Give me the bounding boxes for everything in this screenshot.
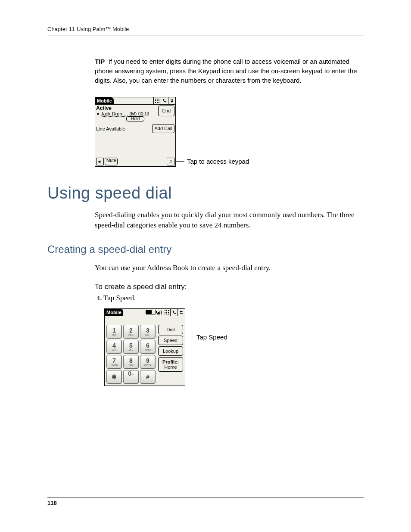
speaker-icon[interactable]: [96, 158, 104, 165]
swap-titlebar-icon[interactable]: [168, 97, 175, 104]
add-call-button[interactable]: Add Call: [152, 124, 174, 133]
svg-rect-10: [166, 310, 167, 311]
mute-button[interactable]: Mute: [105, 158, 118, 165]
svg-rect-15: [165, 314, 165, 314]
callout-speed: Tap Speed: [185, 333, 227, 341]
key-0[interactable]: 0+: [123, 370, 139, 384]
key-6[interactable]: 6MNO: [140, 340, 156, 354]
svg-rect-7: [157, 102, 158, 103]
keypad-titlebar-icon[interactable]: [153, 97, 160, 104]
svg-rect-6: [155, 102, 156, 103]
figure-active-call: Mobile: [95, 97, 364, 167]
line-status: Line Available: [96, 126, 125, 131]
svg-rect-17: [168, 314, 169, 314]
end-button[interactable]: End: [158, 106, 174, 116]
swap-titlebar-icon[interactable]: [177, 309, 184, 316]
heading-creating-entry: Creating a speed-dial entry: [47, 243, 364, 255]
key-9[interactable]: 9WXYZ: [140, 355, 156, 369]
profile-value: Home: [164, 364, 177, 370]
svg-rect-12: [165, 312, 165, 313]
callout-keypad: Tap to access keypad: [176, 158, 249, 165]
battery-icon: [146, 310, 156, 314]
key-hash[interactable]: #: [140, 370, 156, 384]
phone-titlebar-icon[interactable]: [161, 97, 168, 104]
svg-rect-3: [155, 100, 156, 101]
profile-label: Profile:: [162, 359, 179, 364]
profile-button[interactable]: Profile: Home: [158, 357, 183, 372]
key-1[interactable]: 1⌀⌀: [106, 325, 122, 339]
key-3[interactable]: 3DEF: [140, 325, 156, 339]
svg-rect-11: [168, 310, 169, 311]
svg-rect-14: [168, 312, 169, 313]
procedure-title: To create a speed dial entry:: [95, 283, 364, 291]
svg-rect-8: [159, 102, 159, 103]
palm-screen-active-call: Mobile: [95, 97, 176, 167]
key-2[interactable]: 2ABC: [123, 325, 139, 339]
app-title: Mobile: [95, 97, 114, 104]
keypad-grid: 1⌀⌀ 2ABC 3DEF 4GHI 5JKL 6MNO 7PQRS 8TUV …: [106, 325, 156, 384]
page-number: 118: [47, 500, 57, 506]
svg-rect-0: [155, 99, 156, 100]
key-7[interactable]: 7PQRS: [106, 355, 122, 369]
creating-entry-intro: You can use your Address Book to create …: [95, 263, 364, 273]
svg-rect-1: [157, 99, 158, 100]
keypad-titlebar-icon[interactable]: [163, 309, 170, 316]
keypad-hash-button[interactable]: #: [167, 158, 174, 165]
tip-paragraph: TIP If you need to enter digits during t…: [95, 57, 364, 85]
key-5[interactable]: 5JKL: [123, 340, 139, 354]
dial-button[interactable]: Dial: [158, 325, 183, 334]
lookup-button[interactable]: Lookup: [158, 346, 183, 356]
tip-text: If you need to enter digits during the p…: [95, 58, 357, 84]
hold-button[interactable]: Hold: [126, 116, 145, 121]
palm-screen-keypad: Mobile: [104, 308, 185, 386]
svg-rect-16: [166, 314, 167, 314]
speed-dial-intro: Speed-dialing enables you to quickly dia…: [95, 210, 364, 230]
figure-keypad: Mobile: [104, 308, 364, 386]
call-duration: 00:13: [138, 112, 149, 116]
svg-rect-9: [165, 310, 165, 311]
key-8[interactable]: 8TUV: [123, 355, 139, 369]
tip-label: TIP: [95, 58, 105, 65]
app-title-2: Mobile: [105, 309, 123, 316]
number-entry[interactable]: [105, 316, 185, 323]
call-status: Active: [96, 105, 158, 111]
key-4[interactable]: 4GHI: [106, 340, 122, 354]
key-star[interactable]: ✱: [106, 370, 122, 384]
running-head: Chapter 11 Using Palm™ Mobile: [47, 26, 364, 35]
svg-rect-5: [159, 100, 159, 101]
heading-using-speed-dial: Using speed dial: [47, 184, 364, 202]
svg-rect-13: [166, 312, 167, 313]
signal-icon: [157, 310, 162, 314]
step-1: Tap Speed.: [103, 294, 364, 302]
phone-titlebar-icon[interactable]: [170, 309, 177, 316]
svg-rect-4: [157, 100, 158, 101]
speed-button[interactable]: Speed: [158, 336, 183, 345]
svg-rect-2: [159, 99, 159, 100]
